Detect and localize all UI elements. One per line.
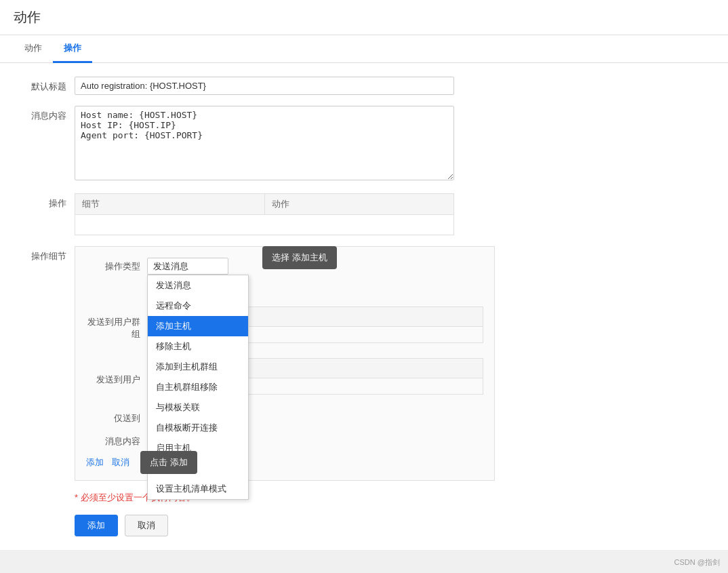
menu-item-remove-host[interactable]: 移除主机 xyxy=(148,336,248,357)
menu-item-add-to-group[interactable]: 添加到主机群组 xyxy=(148,357,248,377)
tab-operations[interactable]: 操作 xyxy=(53,35,92,63)
default-title-row: 默认标题 xyxy=(20,77,708,95)
operations-label: 操作 xyxy=(20,193,75,210)
message-content-label: 消息内容 xyxy=(20,106,75,122)
default-title-input[interactable] xyxy=(75,77,454,95)
main-content: 默认标题 消息内容 Host name: {HOST.HOST} Host IP… xyxy=(0,63,728,550)
menu-item-unlink-template[interactable]: 自模板断开连接 xyxy=(148,418,248,438)
bottom-buttons: 添加 取消 xyxy=(75,515,708,536)
add-button[interactable]: 添加 xyxy=(75,515,118,536)
default-title-control xyxy=(75,77,454,95)
menu-item-set-inventory[interactable]: 设置主机清单模式 xyxy=(148,479,248,499)
menu-item-remove-from-group[interactable]: 自主机群组移除 xyxy=(148,377,248,397)
tab-actions[interactable]: 动作 xyxy=(14,35,53,63)
send-to-group-label: 发送到用户群组 xyxy=(86,316,147,340)
menu-item-add-host[interactable]: 添加主机 xyxy=(148,316,248,336)
send-to-group-row: 发送到用户群组 动作 xyxy=(86,307,483,350)
message-content-control: Host name: {HOST.HOST} Host IP: {HOST.IP… xyxy=(75,106,454,182)
send-only-row: 仅送到 - 所有 - xyxy=(86,410,483,427)
ops-empty-row xyxy=(75,215,454,235)
cancel-link[interactable]: 取消 xyxy=(112,456,129,469)
operation-type-row: 操作类型 发送消息 发送消息 远程命令 添加主机 移除主机 添加到主机群组 自主… xyxy=(86,258,483,275)
tooltip1-box: 选择 添加主机 xyxy=(262,246,337,269)
default-title-label: 默认标题 xyxy=(20,77,75,93)
add-link[interactable]: 添加 xyxy=(86,456,104,469)
message-content-row: 消息内容 Host name: {HOST.HOST} Host IP: {HO… xyxy=(20,106,708,182)
tabs-bar: 动作 操作 xyxy=(0,35,728,63)
send-only-label: 仅送到 xyxy=(86,412,147,424)
cancel-button[interactable]: 取消 xyxy=(125,515,168,536)
operations-row: 操作 细节 动作 xyxy=(20,193,708,235)
msg-content-check-label: 消息内容 xyxy=(86,435,147,448)
send-to-user-label: 发送到用户 xyxy=(86,374,147,386)
note-row: 用户或用户组。 xyxy=(86,283,483,298)
ops-col-action: 动作 xyxy=(264,194,454,215)
operations-table: 细节 动作 xyxy=(75,193,454,235)
operation-detail-box: 操作类型 发送消息 发送消息 远程命令 添加主机 移除主机 添加到主机群组 自主… xyxy=(75,246,495,481)
ops-col-detail: 细节 xyxy=(75,194,265,215)
operation-detail-label: 操作细节 xyxy=(20,246,75,262)
menu-item-send-message[interactable]: 发送消息 xyxy=(148,275,248,296)
menu-item-link-template[interactable]: 与模板关联 xyxy=(148,397,248,418)
operation-type-select[interactable]: 发送消息 xyxy=(147,258,228,275)
operation-detail-row: 操作细节 操作类型 发送消息 发送消息 远程命令 添加主机 移除主机 添加到主机… xyxy=(20,246,708,481)
menu-item-remote-cmd[interactable]: 远程命令 xyxy=(148,296,248,316)
msg-content-check-row: 消息内容 xyxy=(86,435,483,448)
add-cancel-row: 添加 取消 2 点击 添加 xyxy=(86,456,483,469)
operations-table-wrapper: 细节 动作 xyxy=(75,193,454,235)
operation-type-label: 操作类型 xyxy=(86,260,147,273)
tooltip2-box: 点击 添加 xyxy=(140,451,197,474)
message-content-textarea[interactable]: Host name: {HOST.HOST} Host IP: {HOST.IP… xyxy=(75,106,454,180)
page-title: 动作 xyxy=(14,8,714,26)
page-header: 动作 xyxy=(0,0,728,35)
send-to-user-row: 发送到用户 动作 xyxy=(86,358,483,401)
